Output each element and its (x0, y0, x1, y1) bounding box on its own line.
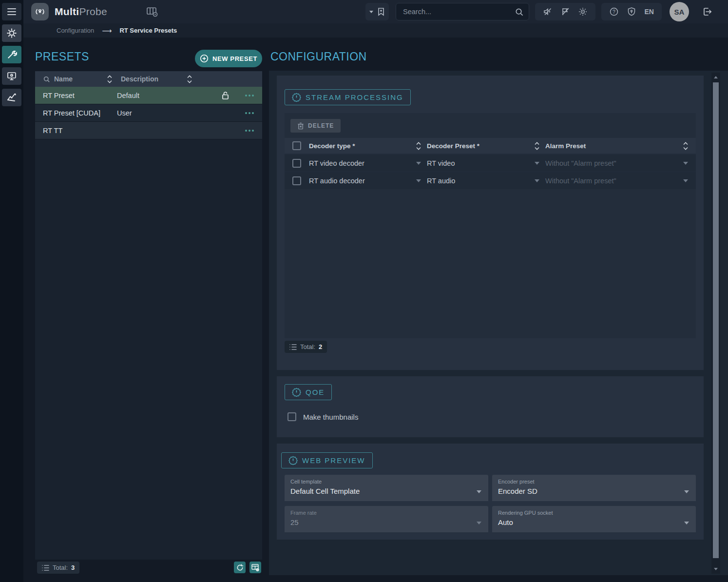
select-all-checkbox[interactable] (285, 141, 309, 150)
logout-icon[interactable] (702, 6, 712, 17)
decoder-type-select[interactable]: RT audio decoder (309, 177, 427, 185)
brand-bold: Multi (55, 6, 79, 18)
language-selector[interactable]: EN (644, 8, 653, 16)
encoder-preset-select[interactable]: Encoder preset Encoder SD (492, 475, 696, 501)
column-decoder-type[interactable]: Decoder type * (309, 142, 427, 150)
stream-processing-card: STREAM PROCESSING DELETE Decoder type * (277, 76, 704, 370)
brightness-icon[interactable] (578, 7, 588, 17)
alarm-preset-select[interactable]: Without "Alarm preset" (545, 177, 696, 185)
chevron-down-icon (683, 162, 688, 165)
vertical-scrollbar[interactable] (711, 73, 720, 574)
column-decoder-preset[interactable]: Decoder Preset * (427, 142, 545, 150)
alarm-preset-placeholder: Without "Alarm preset" (545, 177, 616, 185)
preset-description: User (115, 109, 188, 117)
column-name[interactable]: Name (35, 75, 107, 83)
column-alarm-preset[interactable]: Alarm Preset (545, 142, 696, 150)
video-wall-icon[interactable] (146, 6, 158, 17)
presets-total-badge: Total: 3 (37, 562, 79, 574)
decoder-preset-value: RT video (427, 159, 455, 167)
qoe-section-label: QOE (285, 384, 332, 400)
column-description[interactable]: Description (119, 75, 187, 83)
refresh-button[interactable] (234, 562, 246, 573)
field-value: Default Cell Template (290, 487, 482, 495)
make-thumbnails-label: Make thumbnails (303, 413, 358, 421)
delete-button[interactable]: DELETE (290, 119, 341, 133)
preset-row[interactable]: RT Preset [CUDA] User (35, 104, 262, 122)
shield-keyhole-icon[interactable] (627, 7, 636, 17)
scrollbar-thumb[interactable] (713, 82, 719, 558)
bookmark-button[interactable] (365, 3, 389, 20)
cell-template-select[interactable]: Cell template Default Cell Template (285, 475, 488, 501)
make-thumbnails-option[interactable]: Make thumbnails (287, 412, 358, 421)
preset-row[interactable]: RT Preset Default (35, 87, 262, 104)
scroll-down-arrow-icon[interactable] (714, 568, 718, 570)
alarm-preset-select[interactable]: Without "Alarm preset" (545, 159, 696, 167)
alarm-preset-placeholder: Without "Alarm preset" (545, 159, 616, 167)
flag-off-icon[interactable] (560, 7, 570, 17)
qoe-card: QOE Make thumbnails (277, 376, 704, 437)
badge-settings-icon (292, 93, 301, 102)
total-label: Total: (53, 564, 68, 571)
decoder-row[interactable]: RT video decoder RT video Without "Alarm… (285, 155, 696, 172)
decoder-preset-value: RT audio (427, 177, 455, 185)
chevron-down-icon (369, 11, 373, 13)
help-icon[interactable]: ? (609, 7, 619, 17)
sort-icon[interactable] (107, 75, 112, 83)
new-preset-button[interactable]: NEW PRESET (195, 50, 262, 67)
hamburger-icon (7, 8, 17, 16)
scroll-up-arrow-icon[interactable] (714, 76, 718, 78)
row-checkbox[interactable] (285, 176, 309, 185)
checkbox-icon[interactable] (287, 412, 296, 421)
top-bar: MultiProbe (23, 0, 728, 23)
wrench-icon (6, 49, 17, 60)
gear-icon (6, 28, 17, 39)
rendering-gpu-socket-select[interactable]: Rendering GPU socket Auto (492, 506, 696, 532)
sort-icon[interactable] (683, 142, 688, 150)
row-actions-button[interactable] (237, 112, 262, 114)
preset-name: RT TT (35, 127, 115, 135)
column-label: Alarm Preset (545, 142, 586, 150)
preset-row[interactable]: RT TT (35, 122, 262, 139)
table-gear-icon (251, 564, 259, 571)
avatar[interactable]: SA (670, 2, 689, 21)
preset-description: Default (115, 92, 188, 99)
badge-settings-icon (292, 388, 301, 397)
decoder-type-select[interactable]: RT video decoder (309, 159, 427, 167)
field-value: 25 (290, 518, 482, 526)
breadcrumb-parent[interactable]: Configuration (57, 27, 94, 34)
search-input[interactable] (403, 8, 515, 16)
decoder-preset-select[interactable]: RT audio (427, 177, 545, 185)
field-label: Cell template (290, 479, 482, 485)
decoder-type-value: RT audio decoder (309, 177, 365, 185)
app-logo[interactable] (31, 3, 49, 20)
table-settings-button[interactable] (249, 562, 261, 573)
column-label: Decoder type * (309, 142, 355, 150)
presets-table: Name Description RT Preset Default (35, 71, 262, 560)
stream-processing-section-label: STREAM PROCESSING (285, 89, 411, 105)
sidebar-item-monitoring[interactable] (2, 67, 21, 85)
sidebar-item-service-presets[interactable] (2, 46, 21, 63)
menu-toggle-button[interactable] (2, 3, 21, 20)
sidebar (0, 0, 23, 582)
sort-icon[interactable] (535, 142, 539, 150)
decoder-table-header: Decoder type * Decoder Preset * Alarm Pr… (285, 138, 696, 154)
sound-off-icon[interactable] (543, 7, 553, 17)
monitor-eye-icon (6, 71, 17, 81)
frame-rate-select[interactable]: Frame rate 25 (285, 506, 488, 532)
lens-icon (35, 6, 45, 17)
checkbox-icon (292, 141, 301, 150)
search-icon[interactable] (515, 7, 524, 17)
decoder-preset-select[interactable]: RT video (427, 159, 545, 167)
sort-icon[interactable] (416, 142, 421, 150)
new-preset-label: NEW PRESET (212, 55, 257, 62)
row-actions-button[interactable] (237, 95, 262, 97)
ellipsis-icon (245, 112, 254, 114)
trash-icon (297, 122, 304, 130)
sidebar-item-statistics[interactable] (2, 89, 21, 106)
row-actions-button[interactable] (237, 130, 262, 132)
sort-icon[interactable] (187, 75, 192, 83)
sidebar-item-settings[interactable] (2, 24, 21, 42)
row-checkbox[interactable] (285, 159, 309, 168)
checkbox-icon (292, 176, 301, 185)
decoder-row[interactable]: RT audio decoder RT audio Without "Alarm… (285, 172, 696, 189)
